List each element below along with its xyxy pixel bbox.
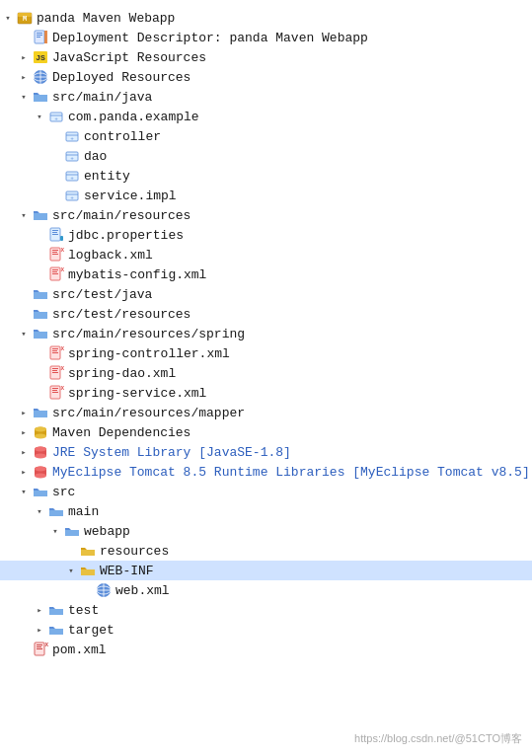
svg-point-62 (35, 427, 46, 432)
tree-item-resources[interactable]: resources (0, 541, 532, 561)
tree-arrow[interactable]: ▾ (16, 329, 32, 340)
descriptor-icon (32, 30, 49, 45)
tree-item-src-test-java[interactable]: src/test/java (0, 284, 532, 304)
tree-item-label: entity (84, 169, 130, 184)
resources-folder-icon (79, 543, 97, 559)
svg-rect-57 (52, 392, 58, 393)
tree-item-web-xml[interactable]: web.xml (0, 580, 532, 600)
deployed-icon (32, 69, 49, 85)
logxml-icon: X (47, 247, 65, 263)
tree-item-label: com.panda.example (68, 110, 199, 124)
tree-arrow[interactable]: ▸ (16, 72, 32, 83)
test-folder-icon (47, 602, 65, 618)
tree-item-deployed-resources[interactable]: ▸Deployed Resources (0, 67, 532, 87)
watermark-text: https://blog.csdn.net/@51CTO博客 (354, 731, 522, 746)
tree-arrow[interactable]: ▾ (16, 210, 32, 221)
svg-text:+: + (70, 175, 74, 182)
tree-item-label: resources (100, 544, 169, 559)
svg-rect-30 (52, 230, 58, 231)
tree-arrow[interactable]: ▾ (47, 526, 63, 537)
tree-item-src-main-java[interactable]: ▾src/main/java (0, 87, 532, 107)
tree-item-label: web.xml (115, 583, 170, 598)
tree-item-jdbc-properties[interactable]: jdbc.properties (0, 225, 532, 245)
svg-rect-55 (52, 388, 58, 389)
tree-item-js-resources[interactable]: ▸JSJavaScript Resources (0, 47, 532, 67)
tree-item-root[interactable]: ▾Mpanda Maven Webapp (0, 8, 532, 28)
tree-item-main[interactable]: ▾main (0, 501, 532, 521)
svg-text:X: X (61, 247, 65, 254)
tree-item-label: mybatis-config.xml (68, 267, 206, 282)
folder-src-icon (32, 306, 49, 322)
tree-arrow[interactable]: ▾ (16, 92, 32, 103)
tree-item-label: JavaScript Resources (52, 50, 206, 65)
tree-arrow[interactable]: ▾ (0, 13, 16, 24)
tree-item-spring-service-xml[interactable]: Xspring-service.xml (0, 383, 532, 403)
webapp-folder-icon (63, 523, 81, 539)
tree-arrow[interactable]: ▸ (16, 467, 32, 478)
tree-arrow[interactable]: ▾ (32, 112, 47, 122)
svg-rect-7 (44, 31, 47, 43)
tree-item-label: src/main/resources/spring (52, 327, 245, 341)
svg-rect-33 (60, 236, 63, 241)
tree-item-logback-xml[interactable]: Xlogback.xml (0, 245, 532, 265)
tree-item-controller[interactable]: +controller (0, 126, 532, 146)
tree-arrow[interactable]: ▾ (63, 566, 79, 576)
tree-item-src-main-resources[interactable]: ▾src/main/resources (0, 205, 532, 225)
tree-item-spring-controller-xml[interactable]: Xspring-controller.xml (0, 343, 532, 363)
tree-item-label: src (52, 485, 75, 499)
package-icon: + (47, 109, 65, 124)
logxml-icon: X (47, 385, 65, 401)
jar-icon (32, 424, 49, 440)
target-folder-icon (47, 622, 65, 638)
tree-item-web-inf[interactable]: ▾WEB-INF (0, 561, 532, 580)
svg-text:+: + (54, 115, 58, 122)
tree-arrow[interactable]: ▸ (32, 625, 47, 636)
svg-rect-36 (52, 252, 57, 253)
tree-item-pom-xml[interactable]: Xpom.xml (0, 640, 532, 659)
tree-item-src[interactable]: ▾src (0, 482, 532, 501)
tree-item-service-impl[interactable]: +service.impl (0, 186, 532, 205)
tree-item-webapp[interactable]: ▾webapp (0, 521, 532, 541)
tree-item-label: Deployment Descriptor: panda Maven Webap… (52, 31, 368, 45)
tree-item-mybatis-config-xml[interactable]: Xmybatis-config.xml (0, 265, 532, 284)
folder-src-icon (32, 286, 49, 302)
svg-text:X: X (61, 365, 65, 372)
svg-rect-47 (52, 352, 58, 353)
tree-item-com-panda-example[interactable]: ▾+com.panda.example (0, 107, 532, 126)
tree-arrow[interactable]: ▾ (16, 487, 32, 497)
package-icon: + (63, 128, 81, 144)
svg-rect-46 (52, 350, 57, 351)
svg-text:X: X (61, 385, 65, 392)
svg-rect-5 (37, 35, 42, 36)
tree-item-spring-dao-xml[interactable]: Xspring-dao.xml (0, 363, 532, 383)
tree-item-label: webapp (84, 524, 130, 539)
tree-item-maven-dependencies[interactable]: ▸Maven Dependencies (0, 422, 532, 442)
tree-arrow[interactable]: ▸ (32, 605, 47, 616)
tree-arrow[interactable]: ▸ (16, 447, 32, 458)
tree-item-jre-system-library[interactable]: ▸JRE System Library [JavaSE-1.8] (0, 442, 532, 462)
tree-item-src-main-resources-mapper[interactable]: ▸src/main/resources/mapper (0, 403, 532, 422)
tree-item-src-test-resources[interactable]: src/test/resources (0, 304, 532, 324)
js-icon: JS (32, 49, 49, 65)
tree-item-dao[interactable]: +dao (0, 146, 532, 166)
tree-item-label: JRE System Library [JavaSE-1.8] (52, 445, 291, 460)
svg-point-69 (35, 474, 46, 479)
tree-item-test[interactable]: ▸test (0, 600, 532, 620)
tree-item-target[interactable]: ▸target (0, 620, 532, 640)
tree-item-src-main-resources-spring[interactable]: ▾src/main/resources/spring (0, 324, 532, 343)
tree-item-label: src/main/resources/mapper (52, 406, 245, 420)
tree-item-label: service.impl (84, 189, 177, 203)
tree-item-deployment-descriptor[interactable]: Deployment Descriptor: panda Maven Webap… (0, 28, 532, 47)
tree-item-myeclipse-tomcat[interactable]: ▸MyEclipse Tomcat 8.5 Runtime Libraries … (0, 462, 532, 482)
svg-rect-32 (52, 234, 58, 235)
package-icon: + (63, 168, 81, 184)
tree-arrow[interactable]: ▸ (16, 52, 32, 63)
tree-item-entity[interactable]: +entity (0, 166, 532, 186)
tree-item-label: target (68, 623, 114, 638)
package-icon: + (63, 148, 81, 164)
tree-item-label: spring-dao.xml (68, 366, 176, 381)
tree-arrow[interactable]: ▸ (16, 427, 32, 438)
tree-item-label: spring-controller.xml (68, 346, 230, 361)
tree-arrow[interactable]: ▸ (16, 408, 32, 418)
tree-arrow[interactable]: ▾ (32, 506, 47, 517)
